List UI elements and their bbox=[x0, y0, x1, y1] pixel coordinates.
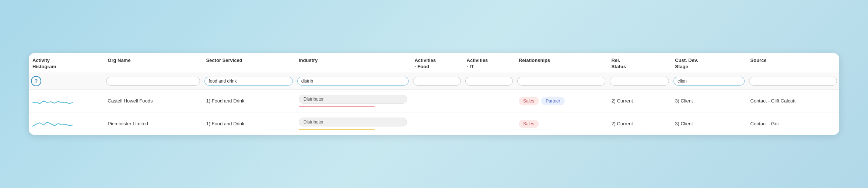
filter-cell-sector bbox=[202, 73, 295, 90]
industry-row2: Distributor bbox=[295, 112, 411, 135]
filter-orgname[interactable] bbox=[106, 77, 200, 86]
filter-act-food[interactable] bbox=[413, 77, 461, 86]
cust-dev-row1: 3) Client bbox=[671, 90, 746, 112]
source-row2: Contact - Gor bbox=[747, 112, 839, 135]
source-row1: Contact - Clift Calcutt bbox=[747, 90, 839, 112]
col-header-act-food: Activities - Food bbox=[411, 53, 463, 73]
badge-sales-row2: Sales bbox=[519, 120, 539, 128]
filter-cell-act-food bbox=[411, 73, 463, 90]
rel-status-row2: 2) Current bbox=[608, 112, 671, 135]
badge-distributor-row1: Distributor bbox=[299, 95, 407, 104]
col-header-histogram: Activity Histogram bbox=[29, 53, 104, 73]
filter-rel-status[interactable] bbox=[610, 77, 669, 86]
column-headers: Activity Histogram Org Name Sector Servi… bbox=[29, 53, 839, 73]
data-table: Activity Histogram Org Name Sector Servi… bbox=[29, 53, 839, 135]
table-row: Castell Howell Foods 1) Food and Drink D… bbox=[29, 90, 839, 112]
underline-row1 bbox=[299, 106, 375, 107]
sector-row1: 1) Food and Drink bbox=[202, 90, 295, 112]
table-row: Pieminister Limited 1) Food and Drink Di… bbox=[29, 112, 839, 135]
filter-cell-industry bbox=[295, 73, 411, 90]
filter-cust-dev[interactable] bbox=[673, 77, 744, 86]
badge-partner-row1: Partner bbox=[541, 97, 564, 105]
act-it-row1 bbox=[463, 90, 515, 112]
sector-row2: 1) Food and Drink bbox=[202, 112, 295, 135]
relationships-row2: Sales bbox=[515, 112, 608, 135]
main-table-container: Activity Histogram Org Name Sector Servi… bbox=[29, 53, 839, 135]
act-food-row2 bbox=[411, 112, 463, 135]
col-header-rel-status: Rel. Status bbox=[608, 53, 671, 73]
act-it-row2 bbox=[463, 112, 515, 135]
filter-cell-source bbox=[747, 73, 839, 90]
filter-relationships[interactable] bbox=[517, 77, 605, 86]
filter-row: ? bbox=[29, 73, 839, 90]
filter-cell-rel-status bbox=[608, 73, 671, 90]
filter-cell-cust-dev bbox=[671, 73, 746, 90]
relationships-row1: Sales Partner bbox=[515, 90, 608, 112]
industry-row1: Distributor bbox=[295, 90, 411, 112]
col-header-source: Source bbox=[747, 53, 839, 73]
col-header-relationships: Relationships bbox=[515, 53, 608, 73]
filter-act-it[interactable] bbox=[465, 77, 513, 86]
filter-cell-relationships bbox=[515, 73, 608, 90]
act-food-row1 bbox=[411, 90, 463, 112]
histogram-cell-row1 bbox=[29, 90, 104, 112]
badge-sales-row1: Sales bbox=[519, 97, 539, 105]
underline-row2 bbox=[299, 129, 375, 130]
orgname-row2: Pieminister Limited bbox=[104, 112, 202, 135]
cust-dev-row2: 3) Client bbox=[671, 112, 746, 135]
rel-status-row1: 2) Current bbox=[608, 90, 671, 112]
filter-cell-act-it bbox=[463, 73, 515, 90]
col-header-act-it: Activities - IT bbox=[463, 53, 515, 73]
col-header-cust-dev: Cust. Dev. Stage bbox=[671, 53, 746, 73]
col-header-sector: Sector Serviced bbox=[202, 53, 295, 73]
filter-source[interactable] bbox=[749, 77, 837, 86]
col-header-industry: Industry bbox=[295, 53, 411, 73]
histogram-cell-row2 bbox=[29, 112, 104, 135]
filter-industry[interactable] bbox=[297, 77, 409, 86]
orgname-row1: Castell Howell Foods bbox=[104, 90, 202, 112]
help-icon[interactable]: ? bbox=[31, 76, 41, 86]
filter-sector[interactable] bbox=[204, 77, 293, 86]
badge-distributor-row2: Distributor bbox=[299, 118, 407, 126]
filter-cell-help: ? bbox=[29, 73, 104, 90]
filter-cell-orgname bbox=[104, 73, 202, 90]
col-header-orgname: Org Name bbox=[104, 53, 202, 73]
